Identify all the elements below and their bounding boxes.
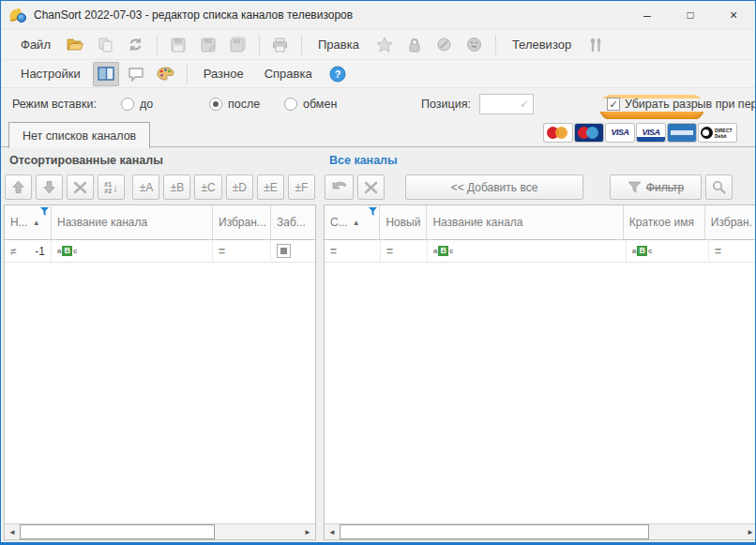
open-folder-icon[interactable] [63,33,89,57]
column-header-channel-name[interactable]: Название канала [427,205,623,239]
column-header-favorites[interactable]: Избран. [705,205,756,239]
filter-cell-short-name[interactable]: aBc [627,240,709,262]
filter-cell-number[interactable]: ≠-1 [5,240,52,262]
radio-circle[interactable] [284,98,297,111]
add-to-list-button[interactable] [325,174,354,200]
toggle-fav-a-button[interactable]: ±A [132,174,159,200]
radio-swap[interactable]: обмен [284,88,337,119]
visa-electron-icon: VISA [637,124,665,142]
all-channels-panel: Все каналы << Добавить все Фильтр [324,147,755,542]
tab-no-channel-lists[interactable]: Нет списков каналов [8,122,150,148]
save-as-icon[interactable] [195,33,221,57]
block-icon[interactable] [431,33,458,57]
column-header-number[interactable]: Н...▲ [5,205,52,239]
scroll-thumb[interactable] [20,524,215,539]
scroll-thumb[interactable] [340,524,649,539]
search-button[interactable] [705,174,733,200]
refresh-icon[interactable] [123,33,149,57]
move-up-button[interactable] [5,174,32,200]
delete-button[interactable] [67,174,94,200]
app-window: ChanSort 2022-07-03 - редактор списка ка… [0,0,756,545]
toggle-fav-f-button[interactable]: ±F [288,174,315,200]
filter-cell-favorites[interactable]: = [709,240,756,262]
filter-cell-channel-name[interactable]: aBc [52,240,213,262]
menu-misc[interactable]: Разное [193,67,254,81]
position-label: Позиция: [421,88,471,119]
radio-circle-selected[interactable] [209,98,222,111]
save-icon[interactable] [165,33,191,57]
toggle-fav-d-button[interactable]: ±D [226,174,253,200]
left-grid-body[interactable] [5,263,315,523]
maximize-button[interactable]: □ [669,1,712,29]
left-horizontal-scrollbar[interactable]: ◄ ► [5,523,315,539]
favorites-star-icon[interactable] [371,33,398,57]
column-header-favorites[interactable]: Избран... [213,205,271,239]
print-icon[interactable] [267,33,294,57]
menu-edit[interactable]: Правка [308,38,370,52]
filter-cell-favorites[interactable]: = [213,240,271,262]
add-all-button[interactable]: << Добавить все [405,174,583,200]
checkbox-box[interactable]: ✓ [607,98,620,111]
filter-cell-number[interactable]: = [325,240,381,262]
column-header-number[interactable]: С...▲ [325,205,380,239]
right-horizontal-scrollbar[interactable]: ◄ ► [325,523,756,539]
scroll-track[interactable] [215,524,300,539]
renumber-button[interactable]: #1#2 ↓ [98,174,125,200]
scroll-left-arrow[interactable]: ◄ [5,524,20,539]
minimize-button[interactable]: – [626,1,669,29]
tools-icon[interactable] [583,33,610,57]
remove-gap-checkbox[interactable]: ✓ Убирать разрыв при переме [607,98,755,111]
sorted-channels-panel: Отсортированные каналы #1#2 ↓ ±A ±B [4,147,316,542]
toggle-fav-e-button[interactable]: ±E [257,174,284,200]
scroll-right-arrow[interactable]: ► [300,524,315,539]
payment-cards[interactable]: VISA VISA DIRECTDebit [544,124,736,142]
right-grid-body[interactable] [325,263,756,523]
toggle-fav-c-button[interactable]: ±C [194,174,221,200]
toggle-fav-b-button[interactable]: ±B [163,174,190,200]
paste-icon[interactable] [93,33,119,57]
filter-button[interactable]: Фильтр [610,174,702,200]
indeterminate-checkbox-icon[interactable] [277,244,291,258]
scroll-track[interactable] [649,524,743,539]
left-grid-header: Н...▲ Название канала Избран... Заб... [5,205,315,240]
column-header-locked[interactable]: Заб... [271,205,315,239]
checkbox-label: Убирать разрыв при переме [625,98,755,111]
toolbar-main: Файл Правка [1,29,755,59]
left-panel-title: Отсортированные каналы [4,147,316,171]
close-button[interactable]: × [712,1,755,29]
help-icon[interactable]: ? [325,62,351,86]
window-title: ChanSort 2022-07-03 - редактор списка ка… [34,8,353,22]
move-down-button[interactable] [36,174,63,200]
radio-after[interactable]: после [209,88,260,119]
radio-before[interactable]: до [121,88,153,119]
scroll-right-arrow[interactable]: ► [743,524,756,539]
position-input[interactable] [480,95,514,114]
menu-settings[interactable]: Настройки [10,67,91,81]
filter-funnel-icon[interactable] [40,207,49,216]
apply-check-icon[interactable]: ✓ [520,98,529,111]
column-header-new[interactable]: Новый [380,205,427,239]
menu-file[interactable]: Файл [10,38,61,52]
column-header-short-name[interactable]: Краткое имя [624,205,705,239]
comment-bubble-icon[interactable] [123,62,149,86]
palette-icon[interactable] [153,62,179,86]
radio-circle[interactable] [121,98,134,111]
panel-splitter[interactable] [316,147,324,542]
remove-button[interactable] [357,174,385,200]
menu-help[interactable]: Справка [254,67,323,81]
smiley-icon[interactable] [461,33,488,57]
filter-cell-locked[interactable] [271,240,315,262]
right-grid-filter-row: = = aBc aBc = [325,240,756,263]
split-view-icon[interactable] [93,62,119,86]
abc-filter-icon: aBc [433,246,453,256]
menu-tv[interactable]: Телевизор [502,38,582,52]
save-all-icon[interactable] [225,33,251,57]
lock-icon[interactable] [401,33,428,57]
column-header-channel-name[interactable]: Название канала [52,205,213,239]
filter-cell-new[interactable]: = [381,240,428,262]
filter-cell-channel-name[interactable]: aBc [428,240,627,262]
all-channels-grid: С...▲ Новый Название канала Краткое имя … [324,204,756,540]
app-icon [9,8,26,23]
filter-funnel-icon[interactable] [369,207,377,216]
scroll-left-arrow[interactable]: ◄ [325,524,340,539]
